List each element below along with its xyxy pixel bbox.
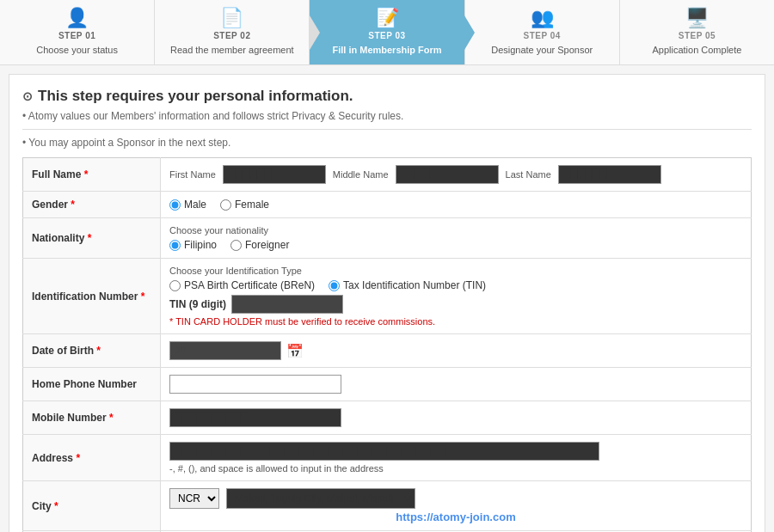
gender-female-option[interactable]: Female [220,199,269,211]
id-tin-label: Tax Identification Number (TIN) [343,279,486,291]
section-title: ⊙ This step requires your personal infor… [22,88,752,105]
step-02[interactable]: 📄 STEP 02 Read the member agreement [155,0,310,64]
address-label: Address * [23,435,161,481]
calendar-icon[interactable]: 📅 [286,343,304,359]
gender-female-label: Female [235,199,269,211]
nationality-sublabel: Choose your nationality [169,225,742,235]
tin-note: * TIN CARD HOLDER must be verified to re… [169,316,742,327]
id-required: * [141,290,145,303]
address-fields: -, #, (), and space is allowed to input … [161,435,752,481]
step02-icon: 📄 [220,9,243,28]
dob-fields: 📅 [161,334,752,368]
dob-input[interactable] [169,341,281,360]
home-phone-row: Home Phone Number [23,368,752,401]
section-note: • You may appoint a Sponsor in the next … [22,137,752,149]
nationality-foreigner-label: Foreigner [245,239,289,251]
gender-female-radio[interactable] [220,199,231,211]
step05-label: Application Complete [652,44,741,56]
step05-number: STEP 05 [679,31,716,40]
step01-label: Choose your status [36,44,118,56]
address-required: * [76,452,80,464]
city-select2[interactable]: Makati, Taguig City, Makati, Makatí [226,488,415,509]
tin-input[interactable] [231,295,343,314]
step04-icon: 👥 [531,9,554,28]
step-05[interactable]: 🖥️ STEP 05 Application Complete [620,0,774,64]
firstname-label: First Name [169,169,216,180]
fullname-label: Full Name * [23,158,161,192]
mobile-input[interactable] [169,408,341,427]
step03-label: Fill in Membership Form [332,44,441,56]
gender-male-radio[interactable] [169,199,181,211]
nationality-foreigner-radio[interactable] [230,240,242,251]
step04-label: Designate your Sponsor [491,44,593,56]
nationality-required: * [88,232,92,244]
step-03[interactable]: 📝 STEP 03 Fill in Membership Form [310,0,464,64]
middlename-label: Middle Name [333,169,389,180]
dob-label: Date of Birth * [23,334,161,368]
lastname-label: Last Name [506,169,551,180]
middlename-input[interactable] [396,165,499,184]
firstname-input[interactable] [223,165,326,184]
address-input[interactable] [169,442,599,461]
mobile-label: Mobile Number * [23,401,161,435]
id-label: Identification Number * [23,259,161,334]
divider1 [22,129,752,130]
step03-icon: 📝 [376,9,399,28]
step01-icon: 👤 [65,9,89,28]
nationality-label: Nationality * [23,218,161,259]
id-bren-radio[interactable] [169,280,181,291]
chevron-icon: ⊙ [22,89,33,103]
nationality-foreigner-option[interactable]: Foreigner [230,239,289,251]
dob-required: * [96,345,101,357]
id-bren-label: PSA Birth Certificate (BReN) [184,279,315,291]
mobile-fields [161,401,752,435]
nationality-filipino-radio[interactable] [169,240,181,251]
step04-number: STEP 04 [524,31,561,40]
tin-label: TIN (9 digit) [169,298,226,310]
watermark: https://atomy-join.com [169,511,742,523]
city-label: City * [23,481,161,531]
dob-row: Date of Birth * 📅 [23,334,752,368]
lastname-input[interactable] [558,165,661,184]
section-subtitle: • Atomy values our Members' information … [22,110,752,122]
mobile-required: * [109,412,114,424]
id-fields: Choose your Identification Type PSA Birt… [161,259,752,334]
gender-male-option[interactable]: Male [169,199,206,211]
gender-male-label: Male [184,199,206,211]
step02-label: Read the member agreement [170,44,294,56]
nationality-filipino-label: Filipino [184,239,217,251]
step02-number: STEP 02 [213,31,250,40]
mobile-row: Mobile Number * [23,401,752,435]
home-phone-fields [161,368,752,401]
nationality-row: Nationality * Choose your nationality Fi… [23,218,752,259]
step01-number: STEP 01 [58,31,95,40]
id-sublabel: Choose your Identification Type [169,266,742,276]
step03-number: STEP 03 [368,31,405,40]
membership-form: Full Name * First Name Middle Name Last … [22,157,752,532]
step05-icon: 🖥️ [685,9,709,28]
city-row: City * NCR Makati, Taguig City, Makati, … [23,481,752,531]
fullname-required: * [84,168,89,180]
id-tin-radio[interactable] [329,280,340,291]
fullname-row: Full Name * First Name Middle Name Last … [23,158,752,192]
fullname-fields: First Name Middle Name Last Name [161,158,752,192]
city-required: * [54,500,58,512]
id-tin-option[interactable]: Tax Identification Number (TIN) [329,279,486,291]
gender-label: Gender * [23,192,161,218]
nationality-filipino-option[interactable]: Filipino [169,239,217,251]
address-row: Address * -, #, (), and space is allowed… [23,435,752,481]
city-select[interactable]: NCR [169,488,219,509]
main-content: ⊙ This step requires your personal infor… [9,74,765,532]
id-row: Identification Number * Choose your Iden… [23,259,752,334]
gender-required: * [71,199,75,211]
nationality-fields: Choose your nationality Filipino Foreign… [161,218,752,259]
city-fields: NCR Makati, Taguig City, Makati, Makatí … [161,481,752,531]
home-phone-label: Home Phone Number [23,368,161,401]
id-bren-option[interactable]: PSA Birth Certificate (BReN) [169,279,315,291]
gender-fields: Male Female [161,192,752,218]
home-phone-input[interactable] [169,375,341,394]
gender-row: Gender * Male Female [23,192,752,218]
step-01[interactable]: 👤 STEP 01 Choose your status [0,0,155,64]
step-04[interactable]: 👥 STEP 04 Designate your Sponsor [465,0,620,64]
stepper: 👤 STEP 01 Choose your status 📄 STEP 02 R… [0,0,774,65]
